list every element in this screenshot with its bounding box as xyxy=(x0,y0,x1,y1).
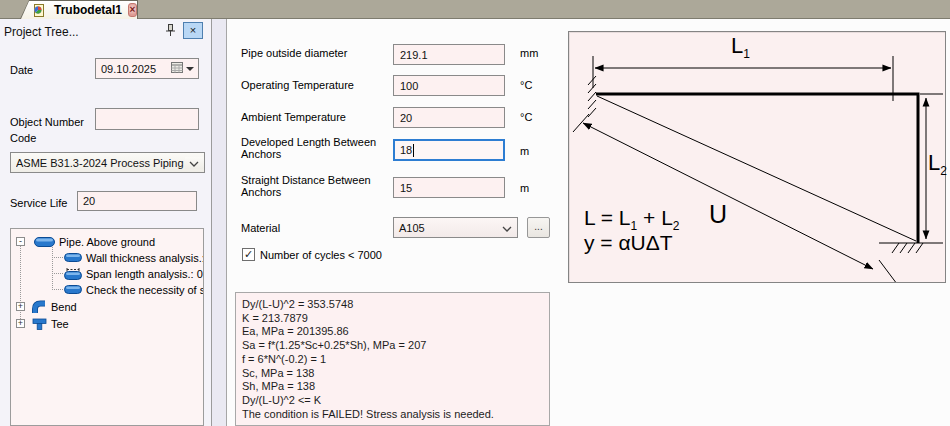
result-line-status: The condition is FAILED! Stress analysis… xyxy=(242,408,543,422)
date-picker[interactable]: 09.10.2025 xyxy=(95,58,199,79)
result-line: Ea, MPa = 201395.86 xyxy=(242,325,543,339)
panel-splitter[interactable] xyxy=(212,19,227,426)
pipe-span-icon xyxy=(64,268,82,280)
tee-icon xyxy=(32,317,47,330)
unit-mm: mm xyxy=(520,47,538,59)
result-line: Sa = f*(1.25*Sc+0.25*Sh), MPa = 207 xyxy=(242,339,543,353)
result-line: Dy/(L-U)^2 <= K xyxy=(242,394,543,408)
material-browse-button[interactable]: ... xyxy=(527,217,550,238)
dimension-label-l2: L2 xyxy=(928,152,947,177)
project-tree-panel: Project Tree... × Date 09.10.2025 xyxy=(0,19,212,426)
service-life-input[interactable] xyxy=(77,191,197,211)
bend-icon xyxy=(32,300,47,314)
straight-distance-input[interactable] xyxy=(393,177,505,198)
expander-collapse[interactable]: - xyxy=(16,237,25,246)
unit-m: m xyxy=(520,145,529,157)
results-box: Dy/(L-U)^2 = 353.5748 K = 213.7879 Ea, M… xyxy=(235,292,550,426)
material-value: A105 xyxy=(399,222,425,234)
code-value: ASME B31.3-2024 Process Piping (USA) xyxy=(16,157,185,169)
tab-close-button[interactable]: × xyxy=(128,3,137,17)
result-line: K = 213.7879 xyxy=(242,312,543,326)
object-number-input[interactable] xyxy=(95,108,199,130)
object-number-label: Object Number xyxy=(10,116,84,128)
result-line: Sh, MPa = 138 xyxy=(242,380,543,394)
material-select[interactable]: A105 xyxy=(393,217,518,238)
tree-item-bend[interactable]: Bend xyxy=(32,299,77,314)
parameters-panel: Pipe outside diameter mm Operating Tempe… xyxy=(227,19,950,426)
pipe-icon xyxy=(64,285,82,294)
tree-item-tee[interactable]: Tee xyxy=(32,316,69,331)
result-line: Sc, MPa = 138 xyxy=(242,367,543,381)
ambient-temperature-input[interactable] xyxy=(393,107,505,128)
code-select[interactable]: ASME B31.3-2024 Process Piping (USA) xyxy=(10,152,205,173)
result-line: Dy/(L-U)^2 = 353.5748 xyxy=(242,298,543,312)
expander-expand[interactable]: + xyxy=(16,319,25,328)
developed-length-input[interactable]: 18 xyxy=(393,139,505,161)
project-tree: - Pipe. Above ground Wall thickness anal… xyxy=(10,228,204,426)
tree-item-pipe[interactable]: Pipe. Above ground xyxy=(34,234,155,249)
text-caret xyxy=(413,144,414,157)
operating-temperature-label: Operating Temperature xyxy=(241,79,354,91)
material-label: Material xyxy=(241,222,280,234)
calendar-icon xyxy=(171,62,183,75)
panel-close-button[interactable]: × xyxy=(183,22,203,39)
unit-celsius: °C xyxy=(520,79,532,91)
document-icon xyxy=(31,3,46,18)
tree-connector xyxy=(52,273,63,274)
chevron-down-icon xyxy=(186,67,194,71)
operating-temperature-input[interactable] xyxy=(393,75,505,96)
date-label: Date xyxy=(10,64,33,76)
tree-item-wall-thickness[interactable]: Wall thickness analysis.: 0 xyxy=(64,250,204,265)
tree-item-check-necessity[interactable]: Check the necessity of stre xyxy=(64,282,204,297)
expander-expand[interactable]: + xyxy=(16,302,25,311)
pipe-icon xyxy=(34,237,55,247)
tree-connector xyxy=(52,257,63,258)
panel-title: Project Tree... xyxy=(4,25,79,39)
tree-connector xyxy=(52,289,63,290)
formula-thermal-expansion: y = αUΔT xyxy=(584,232,673,253)
pipe-icon xyxy=(64,253,82,262)
tab-bar: Trubodetal1 × xyxy=(0,0,950,19)
code-label: Code xyxy=(10,132,36,144)
formula-total-length: L = L1 + L2 xyxy=(584,207,680,232)
cycles-checkbox-label: Number of cycles < 7000 xyxy=(260,249,382,261)
pipe-outside-diameter-label: Pipe outside diameter xyxy=(241,47,347,59)
developed-length-label: Developed Length Between Anchors xyxy=(241,136,391,160)
service-life-label: Service Life xyxy=(10,197,67,209)
tab-title: Trubodetal1 xyxy=(54,3,122,17)
result-line: f = 6*N^(-0.2) = 1 xyxy=(242,353,543,367)
dimension-label-l1: L1 xyxy=(731,35,750,60)
ambient-temperature-label: Ambient Temperature xyxy=(241,111,346,123)
tab-trubodetal1[interactable]: Trubodetal1 × xyxy=(20,0,138,19)
date-value: 09.10.2025 xyxy=(101,63,156,75)
expansion-loop-diagram: L1 L2 U L = L1 + L2 y = αUΔT xyxy=(568,31,946,283)
tree-connector xyxy=(52,245,53,290)
unit-m: m xyxy=(520,182,529,194)
straight-distance-label: Straight Distance Between Anchors xyxy=(241,174,391,198)
pin-icon[interactable] xyxy=(162,23,179,39)
chevron-down-icon xyxy=(185,157,204,169)
tree-item-span-length[interactable]: Span length analysis.: 0 xyxy=(64,266,203,281)
cycles-checkbox[interactable]: ✓ xyxy=(242,248,255,261)
chevron-down-icon xyxy=(498,222,517,234)
pipe-outside-diameter-input[interactable] xyxy=(393,44,505,65)
dimension-label-u: U xyxy=(709,202,727,227)
unit-celsius: °C xyxy=(520,111,532,123)
